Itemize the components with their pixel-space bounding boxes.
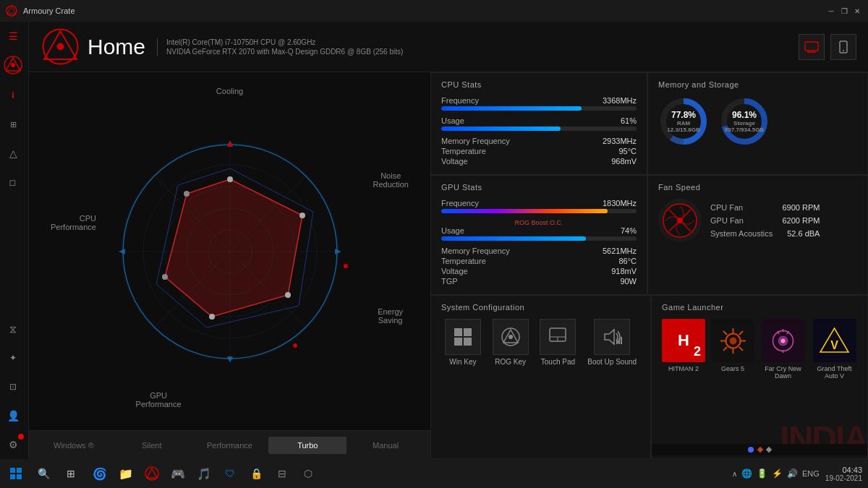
svg-point-55 bbox=[509, 335, 513, 339]
close-button[interactable]: ✕ bbox=[852, 6, 862, 16]
hw-app[interactable]: ⊟ bbox=[269, 461, 295, 487]
gta-thumb: V bbox=[813, 319, 856, 362]
fan-icon bbox=[658, 199, 702, 242]
tray-net[interactable]: 🌐 bbox=[741, 468, 752, 479]
svg-marker-1 bbox=[7, 7, 16, 14]
gpu-tgp-value: 90W bbox=[620, 277, 637, 286]
xbox-app[interactable]: 🎮 bbox=[165, 461, 191, 487]
svg-point-13 bbox=[843, 50, 844, 51]
left-section: Cooling CPU Performance Noise Reduction … bbox=[29, 72, 430, 459]
header: Home Intel(R) Core(TM) i7-10750H CPU @ 2… bbox=[29, 22, 868, 72]
farcry-label: Far Cry New Dawn bbox=[760, 365, 806, 380]
sidebar-menu-icon[interactable]: ☰ bbox=[0, 23, 26, 49]
gpu-voltage-value: 918mV bbox=[611, 267, 637, 275]
minimize-button[interactable]: ─ bbox=[826, 6, 836, 16]
gpu-voltage-label: Voltage bbox=[441, 267, 468, 275]
sidebar-item-notification[interactable]: △ bbox=[0, 140, 26, 166]
taskbar-apps: 🌀 📁 🎮 🎵 🛡 🔒 ⊟ ⬡ bbox=[87, 461, 321, 487]
gears5-game-item[interactable]: Gears 5 bbox=[711, 319, 754, 380]
mode-silent[interactable]: Silent bbox=[113, 437, 191, 454]
svg-point-64 bbox=[729, 337, 736, 344]
gpu-fan-value: 6200 RPM bbox=[782, 216, 820, 225]
win-key-item[interactable]: Win Key bbox=[445, 319, 481, 366]
boot-sound-icon-box bbox=[594, 319, 630, 355]
mode-windows[interactable]: Windows ® bbox=[35, 437, 113, 454]
farcry-game-item[interactable]: Far Cry New Dawn bbox=[760, 319, 806, 380]
memory-storage-panel: Memory and Storage bbox=[647, 72, 868, 175]
fan-panel-title: Fan Speed bbox=[658, 183, 857, 192]
gpu-temp-label: Temperature bbox=[441, 257, 486, 265]
boot-sound-label: Boot Up Sound bbox=[587, 358, 637, 366]
restore-button[interactable]: ❐ bbox=[839, 6, 849, 16]
gta-game-item[interactable]: V Grand Theft Auto V bbox=[812, 319, 857, 380]
taskbar-time: 04:43 19-02-2021 bbox=[822, 466, 865, 482]
sidebar-item-game[interactable]: ✦ bbox=[0, 345, 26, 371]
mode-manual[interactable]: Manual bbox=[346, 437, 425, 454]
monitor-button[interactable] bbox=[799, 34, 825, 60]
svg-rect-61 bbox=[618, 338, 620, 344]
cpu-freq-fill bbox=[441, 106, 582, 111]
edge-app[interactable]: 🌀 bbox=[87, 461, 113, 487]
sidebar-item-info[interactable]: i bbox=[0, 82, 26, 108]
svg-rect-82 bbox=[10, 468, 15, 473]
svg-marker-28 bbox=[335, 249, 341, 254]
gears5-thumb bbox=[711, 319, 754, 362]
sidebar-item-aura[interactable]: ◇ bbox=[0, 164, 31, 201]
gpu-usage-fill bbox=[441, 236, 586, 241]
svg-point-4 bbox=[11, 63, 15, 67]
rog-app[interactable] bbox=[139, 461, 165, 487]
svg-point-7 bbox=[57, 43, 64, 51]
touchpad-item[interactable]: Touch Pad bbox=[540, 319, 576, 366]
cpu-memfreq-value: 2933MHz bbox=[603, 137, 637, 145]
game-launcher-panel: INDIA Game Launcher H 2 HITMAN 2 bbox=[651, 295, 868, 459]
bottom-stats-row: System Configuration bbox=[430, 295, 868, 459]
explorer-app[interactable]: 📁 bbox=[113, 461, 139, 487]
memory-panel-title: Memory and Storage bbox=[658, 80, 857, 89]
start-button[interactable] bbox=[3, 461, 29, 487]
cpu-usage-value: 61% bbox=[621, 116, 637, 125]
sidebar-item-software[interactable]: ⊡ bbox=[0, 374, 26, 400]
mobile-button[interactable] bbox=[830, 34, 856, 60]
svg-rect-62 bbox=[621, 337, 622, 344]
sidebar-item-sliders[interactable]: ⧖ bbox=[0, 316, 26, 342]
gpu-panel-title: GPU Stats bbox=[441, 183, 637, 192]
rog-boost-label: ROG Boost O.C. bbox=[441, 219, 637, 226]
svg-point-32 bbox=[299, 213, 305, 218]
rog-key-item[interactable]: ROG Key bbox=[493, 319, 529, 366]
music-app[interactable]: 🎵 bbox=[191, 461, 217, 487]
tray-power[interactable]: ⚡ bbox=[772, 468, 783, 479]
radar-label-cooling: Cooling bbox=[216, 87, 243, 95]
radar-label-energy: Energy Saving bbox=[378, 307, 403, 325]
vpn-app[interactable]: 🛡 bbox=[217, 461, 243, 487]
defender-app[interactable]: 🔒 bbox=[243, 461, 269, 487]
sidebar-item-user[interactable]: 👤 bbox=[0, 403, 26, 429]
sidebar-item-settings[interactable]: ⚙ bbox=[0, 432, 26, 458]
farcry-thumb bbox=[762, 319, 805, 362]
gpu-freq-label: Frequency bbox=[441, 199, 479, 207]
search-button[interactable]: 🔍 bbox=[30, 461, 56, 487]
cpu-fan-label: CPU Fan bbox=[710, 203, 743, 212]
mode-performance[interactable]: Performance bbox=[191, 437, 269, 454]
boot-sound-item[interactable]: Boot Up Sound bbox=[587, 319, 637, 366]
sidebar-item-device[interactable]: ⊞ bbox=[0, 111, 26, 137]
extra-app[interactable]: ⬡ bbox=[295, 461, 321, 487]
svg-line-70 bbox=[739, 347, 743, 351]
fan-stats: CPU Fan 6900 RPM GPU Fan 6200 RPM System… bbox=[710, 203, 820, 238]
tray-chevron[interactable]: ∧ bbox=[732, 470, 737, 478]
hitman2-game-item[interactable]: H 2 HITMAN 2 bbox=[662, 319, 705, 380]
taskbar-right: ∧ 🌐 🔋 ⚡ 🔊 ENG 04:43 19-02-2021 bbox=[732, 466, 865, 482]
svg-rect-8 bbox=[805, 42, 818, 51]
hitman2-label: HITMAN 2 bbox=[668, 365, 699, 372]
page-title: Home bbox=[88, 35, 145, 59]
win-key-icon-box bbox=[445, 319, 481, 355]
tray-volume[interactable]: 🔊 bbox=[787, 468, 798, 479]
mode-turbo[interactable]: Turbo bbox=[268, 437, 346, 454]
gpu-usage-value: 74% bbox=[621, 226, 637, 235]
tray-battery[interactable]: 🔋 bbox=[757, 468, 767, 479]
task-view-button[interactable]: ⊞ bbox=[58, 461, 84, 487]
svg-marker-87 bbox=[147, 468, 157, 478]
bottom-indicators bbox=[652, 444, 867, 455]
indicator-3 bbox=[766, 447, 772, 453]
ram-donut: 77.8% RAM 12.3/15.8GB bbox=[658, 96, 709, 147]
gpu-memfreq-value: 5621MHz bbox=[603, 247, 637, 255]
